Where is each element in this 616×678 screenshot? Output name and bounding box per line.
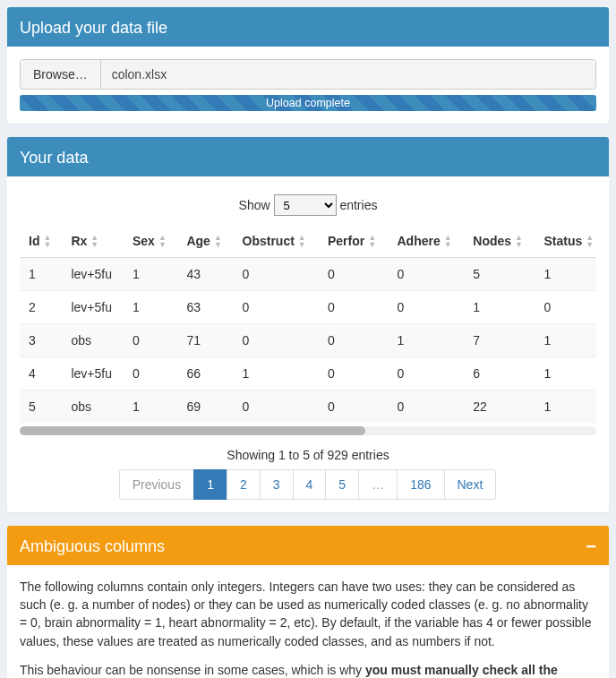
show-label-left: Show [239,198,270,212]
column-label: Rx [71,234,87,248]
scrollbar-thumb[interactable] [20,426,365,435]
column-label: Id [29,234,39,248]
table-cell: 1 [535,390,596,423]
table-cell: 4 [20,356,62,390]
pagination-page[interactable]: 1 [193,469,227,500]
column-header[interactable]: Nodes [464,227,535,257]
table-cell: 0 [319,390,389,423]
data-header: Your data [7,140,609,176]
pagination-next[interactable]: Next [444,469,497,500]
ambiguous-header: Ambiguous columns − [7,528,609,565]
table-cell: 22 [464,390,535,423]
ambiguous-para2-prefix: This behaviour can be nonsense in some c… [20,663,365,677]
ambiguous-panel: Ambiguous columns − The following column… [7,526,609,678]
upload-progress-text: Upload complete [266,97,350,109]
table-cell: 0 [234,290,319,323]
sort-icon[interactable] [298,234,306,249]
table-cell: 71 [177,323,233,356]
upload-panel: Upload your data file Browse… colon.xlsx… [7,7,609,124]
table-cell: 0 [319,257,389,290]
table-cell: 0 [388,390,464,423]
sort-icon[interactable] [586,234,594,249]
table-cell: 0 [234,257,319,290]
file-picker: Browse… colon.xlsx [20,59,596,90]
pagination-page[interactable]: 4 [293,469,327,500]
sort-icon[interactable] [43,234,51,249]
table-cell: lev+5fu [62,290,124,323]
table-cell: 1 [535,323,596,356]
table-row: 1lev+5fu143000512 [20,257,596,290]
pagination-page[interactable]: 186 [397,469,444,500]
upload-header: Upload your data file [7,10,609,47]
table-cell: 0 [388,290,464,323]
table-cell: 0 [319,356,389,390]
table-cell: 1 [234,356,319,390]
table-cell: 5 [464,257,535,290]
ambiguous-para1: The following columns contain only integ… [20,578,596,650]
table-cell: 0 [234,390,319,423]
table-row: 4lev+5fu066100612 [20,356,596,390]
table-cell: lev+5fu [62,356,124,390]
table-cell: 0 [124,356,177,390]
table-cell: 1 [124,257,177,290]
upload-body: Browse… colon.xlsx Upload complete [7,47,609,124]
sort-icon[interactable] [515,234,523,249]
data-table: IdRxSexAgeObstructPerforAdhereNodesStatu… [20,227,596,423]
column-header[interactable]: Obstruct [234,227,319,257]
table-cell: 1 [464,290,535,323]
sort-icon[interactable] [368,234,376,249]
column-header[interactable]: Perfor [319,227,389,257]
table-row: 5obs1690002212 [20,390,596,423]
table-cell: 0 [319,290,389,323]
sort-icon[interactable] [444,234,452,249]
horizontal-scrollbar[interactable] [20,426,596,435]
sort-icon[interactable] [214,234,222,249]
show-entries-row: Show 5 entries [20,194,596,216]
column-label: Adhere [397,234,440,248]
upload-title: Upload your data file [20,19,167,38]
pagination-page[interactable]: 2 [227,469,261,500]
data-body: Show 5 entries IdRxSexAgeObstructPerforA… [7,176,609,512]
column-header[interactable]: Age [177,227,233,257]
sort-icon[interactable] [90,234,98,249]
ambiguous-body: The following columns contain only integ… [7,565,609,678]
table-cell: 1 [535,257,596,290]
upload-progress: Upload complete [20,95,596,111]
table-cell: 2 [20,290,62,323]
show-entries-select[interactable]: 5 [274,194,337,216]
table-cell: 1 [124,290,177,323]
table-cell: 43 [177,257,233,290]
table-cell: 0 [535,290,596,323]
column-label: Age [186,234,210,248]
sort-icon[interactable] [158,234,167,249]
table-cell: obs [62,323,124,356]
table-row: 2lev+5fu163000102 [20,290,596,323]
showing-text: Showing 1 to 5 of 929 entries [20,448,596,462]
data-title: Your data [20,149,88,167]
column-label: Nodes [473,234,511,248]
table-cell: 7 [464,323,535,356]
browse-button[interactable]: Browse… [21,60,101,89]
table-cell: 5 [20,390,62,423]
pagination-page[interactable]: 5 [325,469,359,500]
show-label-right: entries [339,198,377,212]
column-header[interactable]: Rx [62,227,124,257]
column-label: Obstruct [243,234,295,248]
ambiguous-para2: This behaviour can be nonsense in some c… [20,661,596,678]
collapse-button[interactable]: − [586,537,596,555]
column-header[interactable]: Id [20,227,62,257]
column-label: Perfor [328,234,364,248]
column-label: Sex [133,234,155,248]
column-header[interactable]: Sex [124,227,177,257]
table-cell: 0 [388,257,464,290]
pagination-page[interactable]: 3 [260,469,294,500]
column-header[interactable]: Adhere [388,227,464,257]
column-header[interactable]: Status [535,227,596,257]
table-cell: 3 [20,323,62,356]
data-table-header-row: IdRxSexAgeObstructPerforAdhereNodesStatu… [20,227,596,257]
table-cell: 0 [124,323,177,356]
table-cell: 0 [319,323,389,356]
table-row: 3obs071001712 [20,323,596,356]
table-cell: 1 [124,390,177,423]
pagination-previous: Previous [119,469,194,500]
